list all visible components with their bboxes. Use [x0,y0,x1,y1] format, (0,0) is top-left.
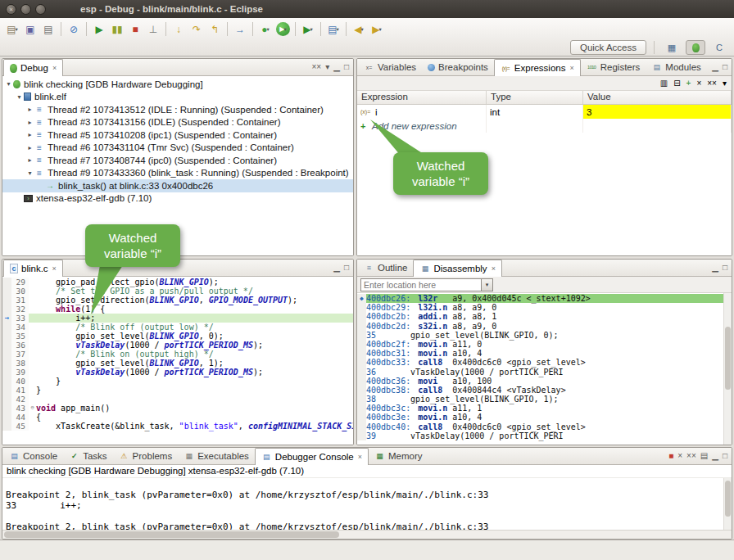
tab-debugger-console[interactable]: Debugger Console× [255,448,369,465]
disassembly-line[interactable]: 400dbc29:l32i.na8, a9, 0 [357,303,723,312]
debug-tree-row[interactable]: blink_task() at blink.c:33 0x400dbc26 [2,179,353,192]
tab-registers[interactable]: Registers [581,59,646,75]
maximize-button[interactable]: □ [344,264,349,272]
console-hscrollbar[interactable] [2,530,732,539]
clear-console-button[interactable]: ▤ [700,452,708,460]
debug-tree-row[interactable]: ▸Thread #3 1073413156 (IDLE) (Suspended … [2,116,353,129]
tree-expander[interactable]: ▸ [25,144,34,151]
console-output[interactable]: Breakpoint 2, blink_task (pvParameter=0x… [2,478,723,530]
quick-access-button[interactable]: Quick Access [570,40,646,55]
disassembly-line[interactable]: 38gpio_set_level(BLINK_GPIO, 1); [357,395,723,404]
code-line[interactable]: 37 /* Blink on (output high) */ [2,350,354,359]
column-type[interactable]: Type [487,91,583,104]
tree-expander[interactable]: ▾ [25,169,34,177]
disassembly-line[interactable]: 400dbc33:call80x400dc6c0 <gpio_set_level… [357,358,723,367]
close-icon[interactable]: × [358,453,362,461]
new-c-cpp-button[interactable]: ▤▾ [324,21,342,38]
remove-launch-button[interactable]: × [677,452,682,460]
location-input[interactable] [364,280,478,290]
remove-all-launches-button[interactable]: ×× [686,452,696,460]
save-button[interactable]: ▣ [21,21,39,38]
view-menu-button[interactable]: ▾ [325,63,329,71]
code-line[interactable]: 34 /* Blink off (output low) */ [2,323,354,332]
disassembly-line[interactable]: ◆400dbc26:l32ra9, 0x400d045c <_stext+109… [357,294,723,303]
expression-row[interactable]: (x)= i int 3 [357,105,732,119]
tab-memory[interactable]: Memory [369,448,428,464]
console-scrollbar[interactable] [723,478,732,530]
run-button[interactable]: ▶▾ [276,22,290,36]
minimize-button[interactable]: ▁ [712,452,718,460]
tab-problems[interactable]: Problems [113,448,179,464]
disassembly-line[interactable]: 35gpio_set_level(BLINK_GPIO, 0); [357,331,723,340]
code-line[interactable]: →33 i++; [2,314,354,323]
code-line[interactable]: 36 vTaskDelay(1000 / portTICK_PERIOD_MS)… [2,341,354,350]
tree-expander[interactable]: ▾ [15,93,24,101]
tab-modules[interactable]: Modules [646,59,706,75]
add-expression-row[interactable]: + Add new expression [357,119,732,133]
code-line[interactable]: 39 vTaskDelay(1000 / portTICK_PERIOD_MS)… [2,368,354,377]
location-combo[interactable] [360,278,482,291]
new-button[interactable]: ▤▾ [3,21,21,38]
disassembly-line[interactable]: 36vTaskDelay(1000 / portTICK_PERI [357,368,723,377]
disassembly-line[interactable]: 400dbc40:call80x400dc6c0 <gpio_set_level… [357,422,723,431]
disassembly-line[interactable]: 400dbc31:movi.na10, 4 [357,349,723,358]
chevron-down-icon[interactable]: ▾ [482,278,493,291]
tab-executables[interactable]: Executables [178,448,255,464]
debug-perspective-button[interactable] [686,40,705,55]
code-line[interactable]: 45 xTaskCreate(&blink_task, "blink_task"… [2,422,354,431]
debug-tree-row[interactable]: ▾Thread #9 1073433360 (blink_task : Runn… [2,167,353,180]
step-return-button[interactable]: ↰ [206,21,224,38]
maximize-button[interactable]: □ [723,264,727,272]
code-line[interactable]: 42 [2,395,354,404]
code-line[interactable]: 32 while(1) { [2,305,354,314]
tree-expander[interactable]: ▸ [25,156,34,164]
minimize-button[interactable]: ▁ [333,264,340,272]
suspend-button[interactable]: ▮▮ [108,21,126,38]
code-line[interactable]: 43⊖void app_main() [2,404,354,413]
code-line[interactable]: 38 gpio_set_level(BLINK_GPIO, 1); [2,359,354,368]
scrollbar-thumb[interactable] [725,481,731,517]
print-button[interactable]: ▤ [39,21,57,38]
tree-expander[interactable]: ▸ [25,106,34,113]
tree-expander[interactable]: ▾ [4,80,13,88]
window-close-button[interactable]: × [6,4,16,15]
external-tools-button[interactable]: ▶▾ [299,21,317,38]
tab-blink-c[interactable]: blink.c × [3,260,63,277]
step-over-button[interactable]: ↷ [188,21,206,38]
forward-button[interactable]: ▶▾ [368,21,386,38]
debug-tree-row[interactable]: ▸Thread #6 1073431104 (Tmr Svc) (Suspend… [2,142,353,155]
add-expression-button[interactable]: + [686,79,691,88]
tab-disassembly[interactable]: Disassembly× [413,260,501,277]
debug-tree-row[interactable]: ▸Thread #7 1073408744 (ipc0) (Suspended … [2,154,353,167]
disassembly-line[interactable]: 400dbc2d:s32i.na8, a9, 0 [357,322,723,331]
minimize-button[interactable]: ▁ [712,63,718,71]
code-line[interactable]: 40 } [2,377,354,386]
debug-tree-row[interactable]: ▸Thread #2 1073413512 (IDLE : Running) (… [2,103,353,116]
open-perspective-button[interactable]: ▦ [662,40,682,55]
window-minimize-button[interactable] [20,4,31,15]
tree-expander[interactable]: ▸ [25,119,34,126]
code-line[interactable]: 35 gpio_set_level(BLINK_GPIO, 0); [2,332,354,341]
close-icon[interactable]: × [492,264,496,273]
code-line[interactable]: 44{ [2,413,354,422]
remove-all-expressions-button[interactable]: ×× [707,79,717,88]
maximize-button[interactable]: □ [723,63,727,71]
scrollbar-thumb[interactable] [4,531,339,538]
disassembly-line[interactable]: 400dbc2b:addi.na8, a8, 1 [357,312,723,321]
close-icon[interactable]: × [52,264,57,273]
minimize-button[interactable]: ▁ [333,63,340,71]
tab-variables[interactable]: Variables [358,59,422,75]
tab-expressions[interactable]: Expressions× [494,59,581,76]
disassembly-line[interactable]: 400dbc2f:movi.na11, 0 [357,340,723,349]
c-cpp-perspective-button[interactable]: C [709,40,729,55]
back-button[interactable]: ◀▾ [350,21,368,38]
tree-expander[interactable]: ▸ [25,131,34,138]
column-expression[interactable]: Expression [357,91,487,104]
view-menu-button[interactable]: ▾ [723,79,727,88]
code-line[interactable]: 29 gpio_pad_select_gpio(BLINK_GPIO); [2,278,354,287]
instruction-stepping-button[interactable]: → [231,21,249,38]
disassembly-scrollbar[interactable] [723,293,732,445]
disassembly-line[interactable]: 400dbc3c:movi.na11, 1 [357,404,723,413]
scrollbar-thumb[interactable] [725,327,731,391]
window-maximize-button[interactable] [35,4,46,15]
